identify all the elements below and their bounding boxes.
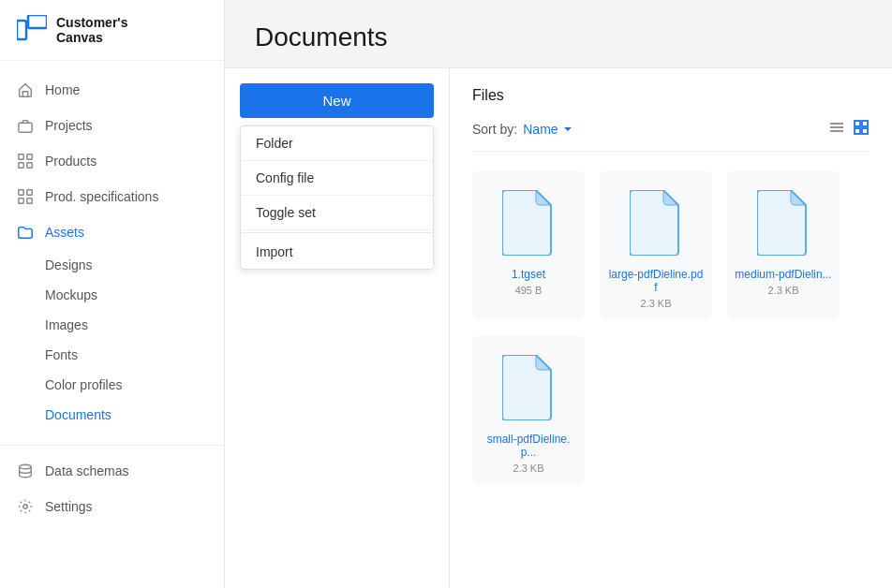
svg-rect-18	[855, 128, 860, 134]
sidebar-item-projects[interactable]: Projects	[0, 108, 224, 143]
svg-rect-17	[862, 121, 868, 126]
file-card[interactable]: small-pdfDieline.p... 2.3 KB	[472, 335, 585, 485]
svg-point-11	[20, 464, 32, 469]
briefcase-icon	[17, 117, 34, 134]
home-icon	[17, 81, 34, 98]
page-title: Documents	[255, 22, 862, 52]
file-size: 2.3 KB	[640, 298, 671, 309]
document-icon	[502, 190, 555, 256]
svg-rect-8	[27, 190, 32, 195]
svg-rect-4	[27, 154, 32, 159]
sidebar-item-mockups[interactable]: Mockups	[0, 280, 224, 310]
sidebar-item-data-schemas[interactable]: Data schemas	[0, 453, 224, 489]
left-panel: New Folder Config file Toggle set Import	[225, 68, 450, 588]
document-icon	[757, 190, 810, 256]
svg-rect-19	[862, 128, 868, 134]
new-button[interactable]: New	[240, 83, 434, 118]
file-size: 2.3 KB	[767, 285, 798, 296]
sidebar-item-color-profiles[interactable]: Color profiles	[0, 370, 224, 400]
file-name: medium-pdfDielin...	[735, 268, 831, 281]
file-name: large-pdfDieline.pdf	[607, 268, 705, 294]
sidebar: Customer's Canvas Home Projects	[0, 0, 225, 588]
svg-rect-5	[19, 163, 23, 168]
svg-point-12	[23, 505, 28, 509]
specs-icon	[17, 188, 34, 205]
file-card[interactable]: large-pdfDieline.pdf 2.3 KB	[600, 170, 712, 320]
sort-bar: Sort by: Name	[472, 119, 870, 152]
logo-icon	[17, 15, 47, 45]
content-area: New Folder Config file Toggle set Import…	[225, 67, 892, 588]
file-icon	[498, 185, 558, 260]
file-icon	[626, 185, 686, 260]
svg-rect-16	[855, 121, 860, 126]
sort-label: Sort by:	[472, 122, 517, 137]
page-header: Documents	[225, 0, 892, 67]
settings-icon	[17, 498, 34, 515]
files-header: Files	[472, 87, 870, 104]
document-icon	[630, 190, 682, 256]
file-name: 1.tgset	[512, 268, 545, 281]
right-panel: Files Sort by: Name	[450, 68, 892, 588]
sort-controls: Sort by: Name	[472, 122, 573, 137]
sidebar-item-products[interactable]: Products	[0, 143, 224, 179]
sidebar-item-assets[interactable]: Assets	[0, 214, 224, 250]
file-icon	[753, 185, 813, 260]
file-size: 2.3 KB	[513, 463, 543, 474]
svg-rect-1	[28, 15, 47, 28]
dropdown-divider	[241, 232, 433, 233]
svg-rect-6	[27, 163, 32, 168]
chevron-down-icon	[562, 124, 573, 135]
folder-icon	[17, 224, 34, 241]
svg-rect-9	[19, 198, 23, 203]
file-name: small-pdfDieline.p...	[480, 433, 577, 459]
file-size: 495 B	[515, 285, 543, 296]
file-icon	[498, 350, 558, 425]
dropdown-item-toggle-set[interactable]: Toggle set	[241, 196, 433, 230]
list-view-icon[interactable]	[828, 119, 845, 140]
dropdown-item-config-file[interactable]: Config file	[241, 161, 433, 196]
sidebar-item-prod-specs[interactable]: Prod. specifications	[0, 179, 224, 214]
grid-view-icon[interactable]	[853, 119, 870, 140]
document-icon	[502, 355, 555, 420]
svg-rect-0	[17, 21, 26, 39]
file-card[interactable]: 1.tgset 495 B	[472, 170, 585, 320]
sidebar-item-home[interactable]: Home	[0, 72, 224, 108]
sort-value[interactable]: Name	[523, 122, 572, 137]
sidebar-item-settings[interactable]: Settings	[0, 489, 224, 524]
svg-rect-2	[19, 123, 32, 132]
main-nav: Home Projects Products	[0, 61, 224, 536]
grid-icon	[17, 153, 34, 169]
svg-rect-3	[19, 154, 23, 159]
dropdown-item-import[interactable]: Import	[241, 235, 433, 269]
sidebar-item-images[interactable]: Images	[0, 310, 224, 340]
view-toggle	[828, 119, 870, 140]
svg-rect-7	[19, 190, 23, 195]
sidebar-item-designs[interactable]: Designs	[0, 250, 224, 280]
file-card[interactable]: medium-pdfDielin... 2.3 KB	[727, 170, 840, 320]
dropdown-menu: Folder Config file Toggle set Import	[240, 125, 434, 270]
sidebar-item-fonts[interactable]: Fonts	[0, 340, 224, 370]
logo: Customer's Canvas	[0, 0, 224, 61]
files-grid: 1.tgset 495 B large-pdfDieline.pdf 2.3 K…	[472, 170, 870, 485]
sidebar-item-documents[interactable]: Documents	[0, 400, 224, 430]
main-content: Documents New Folder Config file Toggle …	[225, 0, 892, 588]
svg-rect-10	[27, 198, 32, 203]
data-icon	[17, 463, 34, 479]
logo-text: Customer's Canvas	[56, 15, 127, 45]
dropdown-item-folder[interactable]: Folder	[241, 126, 433, 161]
